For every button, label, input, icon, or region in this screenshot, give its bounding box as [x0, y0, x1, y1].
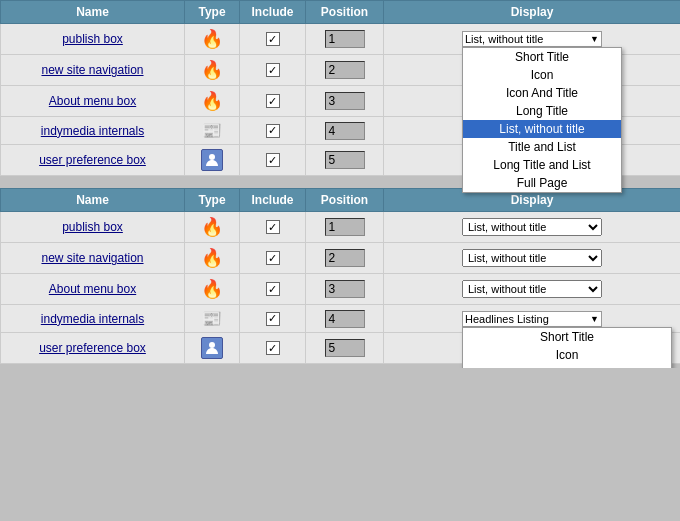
row5-name-bot: user preference box — [1, 333, 185, 364]
row2-name: new site navigation — [1, 55, 185, 86]
position-value-4-bot: 4 — [325, 310, 365, 328]
row1-include-bot[interactable]: ✓ — [240, 212, 306, 243]
th-position-top: Position — [306, 1, 384, 24]
user-pref-box-link-bot[interactable]: user preference box — [39, 341, 146, 355]
row1-type: 🔥 — [185, 24, 240, 55]
row3-position-bot: 3 — [306, 274, 384, 305]
row5-include-bot[interactable]: ✓ — [240, 333, 306, 364]
display-dropdown-4-bot[interactable]: Headlines Listing ▼ Short Title Icon Ico… — [462, 311, 602, 327]
bottom-section: Name Type Include Position Display publi… — [0, 188, 680, 364]
dd-option-icon-and-title-top[interactable]: Icon And Title — [463, 84, 621, 102]
publish-box-link-top[interactable]: publish box — [62, 32, 123, 46]
dd-option-full-page-top[interactable]: Full Page — [463, 174, 621, 192]
th-name-bottom: Name — [1, 189, 185, 212]
include-checkbox-3-top[interactable]: ✓ — [266, 94, 280, 108]
row1-position-bot: 1 — [306, 212, 384, 243]
top-table: Name Type Include Position Display publi… — [0, 0, 680, 176]
dd-option-icon-and-title-bot[interactable]: Icon And Title — [463, 364, 671, 369]
row2-name-bot: new site navigation — [1, 243, 185, 274]
fire-icon: 🔥 — [201, 247, 223, 269]
display-select-3-bot[interactable]: List, without title — [462, 280, 602, 298]
include-checkbox-5-top[interactable]: ✓ — [266, 153, 280, 167]
row2-include[interactable]: ✓ — [240, 55, 306, 86]
dropdown-list-1-top[interactable]: Short Title Icon Icon And Title Long Tit… — [462, 47, 622, 193]
dd-option-long-title-and-list-top[interactable]: Long Title and List — [463, 156, 621, 174]
include-checkbox-2-top[interactable]: ✓ — [266, 63, 280, 77]
row3-include-bot[interactable]: ✓ — [240, 274, 306, 305]
dd-option-list-without-title-top[interactable]: List, without title — [463, 120, 621, 138]
fire-icon: 🔥 — [201, 59, 223, 81]
row4-include[interactable]: ✓ — [240, 117, 306, 145]
dd-option-icon-top[interactable]: Icon — [463, 66, 621, 84]
row1-display[interactable]: List, without title ▼ Short Title Icon I… — [384, 24, 681, 55]
new-site-nav-link-top[interactable]: new site navigation — [41, 63, 143, 77]
include-checkbox-1-top[interactable]: ✓ — [266, 32, 280, 46]
dd-option-long-title-top[interactable]: Long Title — [463, 102, 621, 120]
include-checkbox-2-bot[interactable]: ✓ — [266, 251, 280, 265]
th-position-bottom: Position — [306, 189, 384, 212]
row3-include[interactable]: ✓ — [240, 86, 306, 117]
include-checkbox-4-bot[interactable]: ✓ — [266, 312, 280, 326]
position-value-4-top: 4 — [325, 122, 365, 140]
dropdown-list-4-bot[interactable]: Short Title Icon Icon And Title Long Tit… — [462, 327, 672, 369]
dd-option-short-title-bot[interactable]: Short Title — [463, 328, 671, 346]
dd-option-icon-bot[interactable]: Icon — [463, 346, 671, 364]
row3-name-bot: About menu box — [1, 274, 185, 305]
row2-include-bot[interactable]: ✓ — [240, 243, 306, 274]
row4-position: 4 — [306, 117, 384, 145]
row4-type: 📰 — [185, 117, 240, 145]
user-pref-box-link-top[interactable]: user preference box — [39, 153, 146, 167]
row4-display-bot[interactable]: Headlines Listing ▼ Short Title Icon Ico… — [384, 305, 681, 333]
news-icon: 📰 — [202, 309, 222, 328]
dd-option-short-title-top[interactable]: Short Title — [463, 48, 621, 66]
dropdown-arrow-4-bot: ▼ — [590, 314, 599, 324]
th-include-bottom: Include — [240, 189, 306, 212]
row1-name-bot: publish box — [1, 212, 185, 243]
position-value-2-top: 2 — [325, 61, 365, 79]
row1-name: publish box — [1, 24, 185, 55]
fire-icon: 🔥 — [201, 278, 223, 300]
row1-type-bot: 🔥 — [185, 212, 240, 243]
row1-position: 1 — [306, 24, 384, 55]
row3-type: 🔥 — [185, 86, 240, 117]
display-dropdown-1-top[interactable]: List, without title ▼ Short Title Icon I… — [462, 31, 602, 47]
position-value-5-bot: 5 — [325, 339, 365, 357]
include-checkbox-1-bot[interactable]: ✓ — [266, 220, 280, 234]
publish-box-link-bot[interactable]: publish box — [62, 220, 123, 234]
row4-include-bot[interactable]: ✓ — [240, 305, 306, 333]
about-menu-box-link-top[interactable]: About menu box — [49, 94, 136, 108]
include-checkbox-5-bot[interactable]: ✓ — [266, 341, 280, 355]
row2-type-bot: 🔥 — [185, 243, 240, 274]
about-menu-box-link-bot[interactable]: About menu box — [49, 282, 136, 296]
row1-include[interactable]: ✓ — [240, 24, 306, 55]
news-icon: 📰 — [202, 121, 222, 140]
row2-display-bot[interactable]: List, without title — [384, 243, 681, 274]
row3-type-bot: 🔥 — [185, 274, 240, 305]
table-row: About menu box 🔥 ✓ 3 List, without title — [1, 274, 681, 305]
position-value-1-bot: 1 — [325, 218, 365, 236]
table-row: publish box 🔥 ✓ 1 List, without title — [1, 212, 681, 243]
position-value-2-bot: 2 — [325, 249, 365, 267]
row3-name: About menu box — [1, 86, 185, 117]
display-select-2-bot[interactable]: List, without title — [462, 249, 602, 267]
dropdown-value-1-top: List, without title — [465, 33, 543, 45]
table-row: new site navigation 🔥 ✓ 2 List, without … — [1, 243, 681, 274]
bottom-table: Name Type Include Position Display publi… — [0, 188, 680, 364]
include-checkbox-3-bot[interactable]: ✓ — [266, 282, 280, 296]
row2-position-bot: 2 — [306, 243, 384, 274]
display-select-1-bot[interactable]: List, without title — [462, 218, 602, 236]
dd-option-title-and-list-top[interactable]: Title and List — [463, 138, 621, 156]
indymedia-internals-link-bot[interactable]: indymedia internals — [41, 312, 144, 326]
dropdown-trigger-1-top[interactable]: List, without title ▼ — [462, 31, 602, 47]
row5-include[interactable]: ✓ — [240, 145, 306, 176]
fire-icon: 🔥 — [201, 90, 223, 112]
row1-display-bot[interactable]: List, without title — [384, 212, 681, 243]
row5-name: user preference box — [1, 145, 185, 176]
indymedia-internals-link-top[interactable]: indymedia internals — [41, 124, 144, 138]
dropdown-trigger-4-bot[interactable]: Headlines Listing ▼ — [462, 311, 602, 327]
row3-display-bot[interactable]: List, without title — [384, 274, 681, 305]
svg-point-0 — [209, 154, 215, 160]
include-checkbox-4-top[interactable]: ✓ — [266, 124, 280, 138]
top-header-row: Name Type Include Position Display — [1, 1, 681, 24]
new-site-nav-link-bot[interactable]: new site navigation — [41, 251, 143, 265]
